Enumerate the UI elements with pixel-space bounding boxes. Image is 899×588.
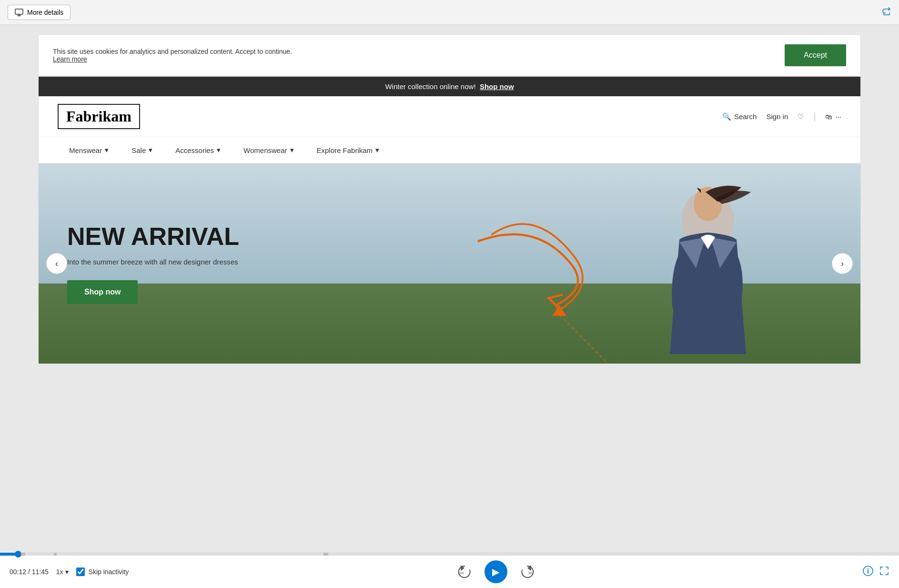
info-icon (863, 566, 873, 576)
forward-button[interactable]: 30 (517, 561, 538, 582)
site-logo[interactable]: Fabrikam (58, 104, 140, 129)
cart-more-icon: ··· (835, 112, 841, 121)
chevron-right-icon: › (841, 259, 844, 269)
skip-inactivity-checkbox[interactable] (76, 568, 85, 576)
rewind-icon: 10 (456, 563, 473, 580)
heart-icon: ♡ (798, 112, 804, 121)
website-container: Winter collection online now! Shop now F… (38, 76, 861, 364)
expand-button[interactable] (879, 566, 889, 578)
chevron-left-icon: ‹ (55, 259, 58, 269)
monitor-icon (15, 8, 23, 17)
wishlist-button[interactable]: ♡ (798, 112, 804, 121)
hero-shop-now-button[interactable]: Shop now (67, 280, 138, 304)
svg-rect-0 (15, 9, 23, 14)
play-icon: ▶ (492, 566, 499, 578)
announcement-shop-now-link[interactable]: Shop now (480, 82, 514, 91)
hero-title: NEW ARRIVAL (67, 223, 239, 250)
player-left-controls: 00:12 / 11:45 1x ▾ Skip inactivity (10, 568, 129, 576)
chevron-down-icon: ▾ (105, 146, 109, 154)
share-button[interactable] (881, 6, 891, 18)
accept-button[interactable]: Accept (785, 44, 846, 66)
info-button[interactable] (863, 566, 873, 578)
chevron-down-icon: ▾ (375, 146, 379, 154)
carousel-next-button[interactable]: › (832, 253, 853, 274)
more-details-button[interactable]: More details (8, 5, 71, 20)
signin-button[interactable]: Sign in (766, 112, 788, 121)
forward-icon: 30 (519, 563, 536, 580)
hero-section: NEW ARRIVAL Into the summer breeze with … (39, 163, 860, 364)
share-icon (881, 6, 891, 17)
search-icon: 🔍 (722, 112, 731, 121)
hero-figure (627, 173, 789, 364)
chevron-down-icon: ▾ (149, 146, 152, 154)
player-center-controls: 10 ▶ 30 (454, 560, 538, 583)
header-divider: | (813, 111, 816, 122)
model-figure (627, 173, 789, 364)
svg-text:30: 30 (528, 571, 532, 575)
cookie-banner: This site uses cookies for analytics and… (38, 34, 861, 76)
hero-subtitle: Into the summer breeze with all new desi… (67, 258, 239, 266)
nav-item-menswear[interactable]: Menswear ▾ (58, 137, 120, 163)
chapter-marker-2 (54, 553, 57, 556)
cookie-text: This site uses cookies for analytics and… (53, 48, 292, 63)
header-actions: 🔍 Search Sign in ♡ | 🛍 ··· (722, 111, 841, 122)
skip-inactivity-control: Skip inactivity (76, 568, 129, 576)
expand-icon (879, 566, 889, 576)
hero-content: NEW ARRIVAL Into the summer breeze with … (39, 223, 268, 304)
progress-track[interactable] (0, 553, 899, 556)
site-header: Fabrikam 🔍 Search Sign in ♡ | 🛍 ··· (39, 96, 860, 137)
learn-more-link[interactable]: Learn more (53, 55, 87, 63)
bag-icon: 🛍 (825, 112, 832, 121)
nav-item-womenswear[interactable]: Womenswear ▾ (232, 137, 305, 163)
search-button[interactable]: 🔍 Search (722, 112, 757, 121)
media-player-bar: 00:12 / 11:45 1x ▾ Skip inactivity 10 (0, 552, 899, 588)
main-content: This site uses cookies for analytics and… (0, 25, 899, 374)
cart-button[interactable]: 🛍 ··· (825, 112, 841, 121)
player-controls: 00:12 / 11:45 1x ▾ Skip inactivity 10 (0, 556, 899, 588)
announcement-bar: Winter collection online now! Shop now (39, 77, 860, 96)
play-pause-button[interactable]: ▶ (485, 560, 507, 583)
svg-text:10: 10 (459, 571, 464, 575)
nav-item-sale[interactable]: Sale ▾ (120, 137, 164, 163)
nav-item-accessories[interactable]: Accessories ▾ (164, 137, 232, 163)
chevron-down-icon: ▾ (290, 146, 294, 154)
svg-point-15 (868, 568, 869, 569)
player-right-controls (863, 566, 889, 578)
site-nav: Menswear ▾ Sale ▾ Accessories ▾ Womenswe… (39, 137, 860, 163)
time-display: 00:12 / 11:45 (10, 568, 49, 576)
chapter-marker-1 (20, 553, 25, 556)
chapter-marker-3 (323, 553, 328, 556)
chevron-down-icon: ▾ (65, 568, 69, 576)
browser-bar: More details (0, 0, 899, 25)
rewind-button[interactable]: 10 (454, 561, 475, 582)
nav-item-explore[interactable]: Explore Fabrikam ▾ (305, 137, 391, 163)
speed-button[interactable]: 1x ▾ (56, 568, 69, 576)
chevron-down-icon: ▾ (217, 146, 221, 154)
carousel-prev-button[interactable]: ‹ (46, 253, 67, 274)
